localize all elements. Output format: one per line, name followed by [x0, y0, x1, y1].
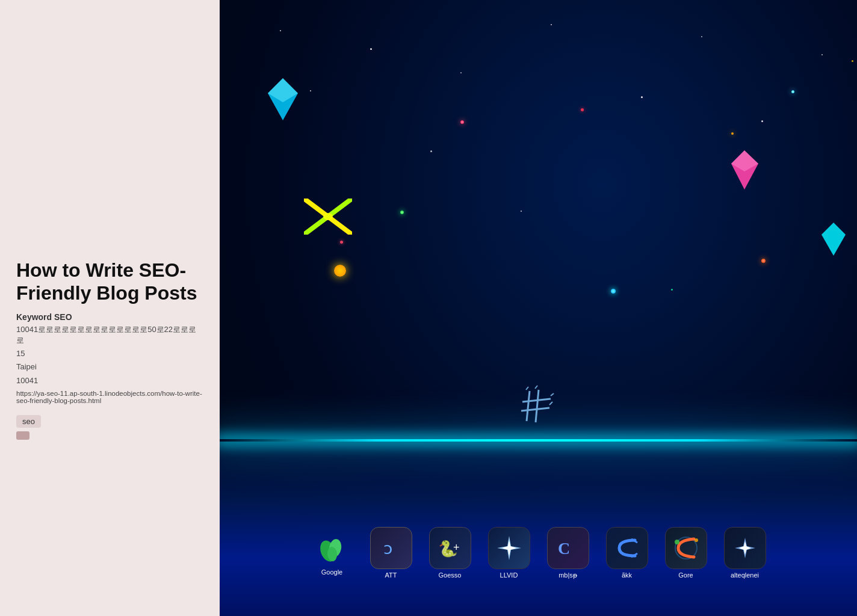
svg-point-4	[323, 213, 333, 220]
svg-line-16	[549, 402, 552, 405]
star	[521, 211, 522, 212]
svg-marker-26	[502, 540, 516, 556]
alteq-label: alteqlenei	[731, 571, 759, 579]
orb-cyan	[611, 289, 616, 294]
app-icon-att[interactable]: ↄ ATT	[364, 526, 418, 580]
tag-icon	[16, 431, 29, 440]
gore-label: Gore	[678, 571, 693, 579]
star-green	[671, 289, 673, 291]
alteq-icon-img	[724, 527, 766, 569]
star	[460, 72, 462, 73]
bottom-glow	[220, 424, 857, 616]
akk-label: ãkk	[622, 571, 632, 579]
app-icon-llvid[interactable]: LLVID	[482, 526, 536, 580]
svg-line-15	[551, 393, 554, 396]
att-label: ATT	[385, 571, 397, 579]
svg-text:C: C	[558, 539, 570, 558]
svg-marker-7	[821, 223, 846, 256]
svg-line-14	[521, 408, 549, 411]
app-icon-goesso[interactable]: 🐍 + Goesso	[423, 526, 477, 580]
star	[641, 96, 643, 98]
app-icon-gore[interactable]: Gore	[659, 526, 713, 580]
att-icon-img: ↄ	[370, 527, 412, 569]
page-title: How to Write SEO-Friendly Blog Posts	[16, 259, 203, 305]
star	[430, 150, 432, 152]
svg-marker-34	[739, 541, 751, 555]
google-icon-img	[314, 530, 350, 566]
app-icon-google[interactable]: Google	[305, 526, 359, 580]
keyword-label: Keyword SEO	[16, 312, 203, 322]
star	[821, 54, 823, 55]
star	[761, 120, 763, 122]
orb-orange2	[761, 259, 766, 263]
orb-pink	[460, 120, 464, 124]
goesso-icon-img: 🐍 +	[429, 527, 471, 569]
svg-line-18	[535, 386, 537, 389]
star-orange	[731, 132, 734, 135]
llvid-icon-img	[488, 527, 530, 569]
number-value: 15	[16, 348, 203, 359]
gore-icon-img	[665, 527, 707, 569]
app-icon-akk[interactable]: ãkk	[600, 526, 654, 580]
center-symbol	[518, 385, 560, 430]
postal-value: 10041	[16, 375, 203, 386]
mb-icon-img: C	[547, 527, 589, 569]
svg-line-12	[536, 390, 539, 422]
star-red2	[581, 108, 584, 111]
address-line: 10041로로로로로로로로로로로로로로50로22로로로로	[16, 324, 203, 346]
mb-label: mb|sᵽ	[558, 571, 577, 579]
app-dock: Google ↄ ATT 🐍 + Goesso	[305, 526, 772, 580]
svg-line-13	[522, 399, 551, 402]
star	[310, 90, 311, 91]
app-icon-mb[interactable]: C mb|sᵽ	[541, 526, 595, 580]
svg-line-11	[527, 391, 530, 421]
akk-icon-img	[606, 527, 648, 569]
right-panel: Google ↄ ATT 🐍 + Goesso	[220, 0, 857, 616]
llvid-label: LLVID	[500, 571, 518, 579]
crystal-cyan	[268, 78, 298, 120]
tags-area: seo	[16, 415, 203, 440]
star-yellow	[852, 60, 853, 62]
tag-seo[interactable]: seo	[16, 415, 41, 428]
left-panel: How to Write SEO-Friendly Blog Posts Key…	[0, 0, 220, 616]
google-label: Google	[321, 568, 342, 576]
crystal-cross	[304, 199, 352, 235]
orb-orange	[334, 265, 346, 277]
city-value: Taipei	[16, 362, 203, 372]
star	[370, 48, 372, 50]
horizon-line	[220, 439, 857, 442]
svg-point-31	[675, 540, 679, 544]
orb-cyan2	[791, 90, 794, 93]
star	[551, 24, 552, 25]
star	[280, 30, 281, 31]
svg-line-17	[526, 387, 528, 390]
url-value: https://ya-seo-11.ap-south-1.linodeobjec…	[16, 390, 203, 404]
crystal-pink	[731, 150, 758, 189]
crystal-cyan2	[821, 223, 846, 256]
star-red	[340, 241, 343, 244]
orb-green	[400, 211, 404, 214]
star	[701, 36, 702, 37]
svg-text:+: +	[453, 541, 460, 553]
svg-text:ↄ: ↄ	[383, 539, 392, 558]
app-icon-alteqlenei[interactable]: alteqlenei	[718, 526, 772, 580]
goesso-label: Goesso	[439, 571, 462, 579]
svg-point-32	[695, 538, 698, 542]
